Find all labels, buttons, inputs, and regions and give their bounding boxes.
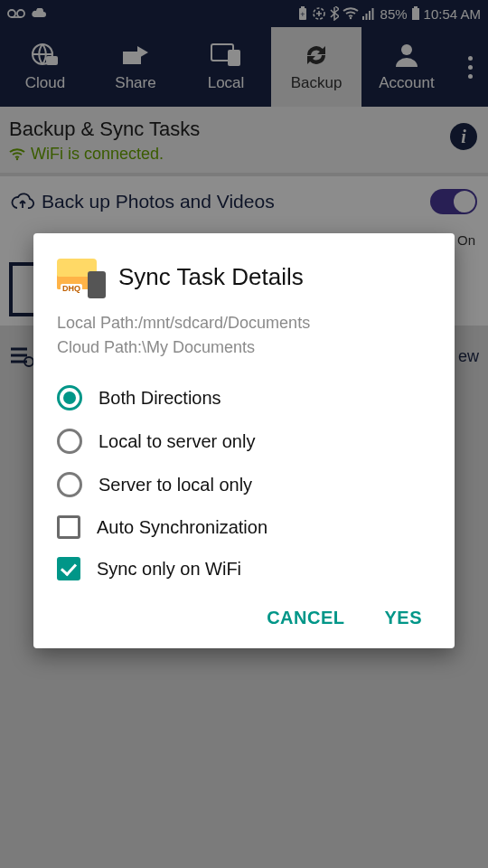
option-server-to-local[interactable]: Server to local only: [57, 463, 431, 506]
option-server-label: Server to local only: [99, 475, 252, 495]
sync-task-dialog: DHQ Sync Task Details Local Path:/mnt/sd…: [33, 233, 455, 648]
option-both-label: Both Directions: [99, 388, 221, 409]
dialog-title: Sync Task Details: [118, 263, 304, 291]
radio-local[interactable]: [57, 429, 82, 454]
option-local-to-server[interactable]: Local to server only: [57, 420, 431, 463]
cloud-path-text: Cloud Path:\My Documents: [57, 335, 431, 360]
option-auto-label: Auto Synchronization: [97, 517, 267, 538]
option-wifi-only[interactable]: Sync only on WiFi: [57, 548, 431, 590]
dialog-paths: Local Path:/mnt/sdcard/Documents Cloud P…: [57, 311, 431, 360]
checkbox-auto[interactable]: [57, 515, 80, 539]
local-path-text: Local Path:/mnt/sdcard/Documents: [57, 311, 431, 335]
cancel-button[interactable]: CANCEL: [267, 608, 344, 628]
option-local-label: Local to server only: [99, 431, 255, 452]
radio-server[interactable]: [57, 472, 82, 497]
radio-both[interactable]: [57, 385, 82, 410]
option-wifi-label: Sync only on WiFi: [97, 559, 241, 580]
option-both-directions[interactable]: Both Directions: [57, 376, 431, 420]
checkbox-wifi[interactable]: [57, 557, 80, 580]
option-auto-sync[interactable]: Auto Synchronization: [57, 506, 431, 548]
sync-folder-icon: DHQ: [57, 255, 106, 298]
yes-button[interactable]: YES: [384, 608, 422, 628]
